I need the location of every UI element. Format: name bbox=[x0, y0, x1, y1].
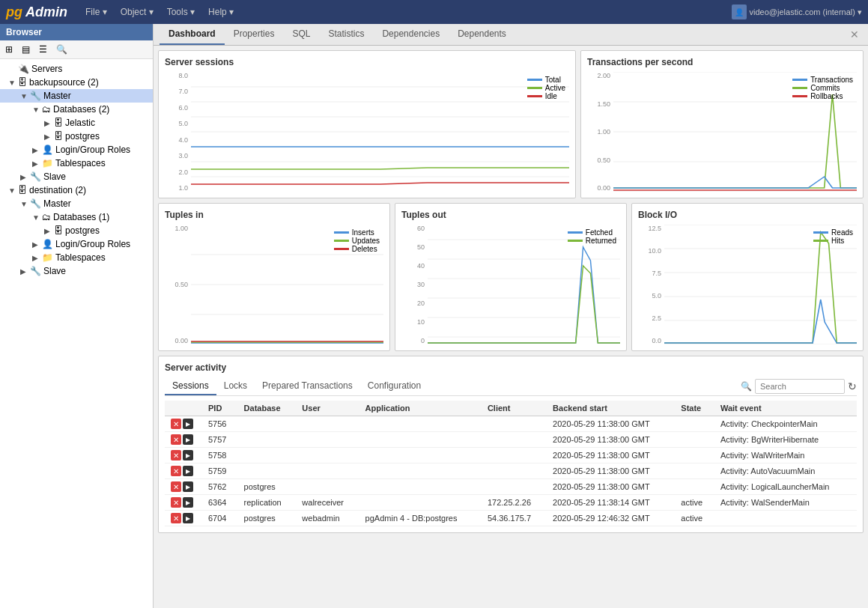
tuples-in-chart: 1.00 0.50 0.00 bbox=[165, 225, 383, 344]
tab-dependents[interactable]: Dependents bbox=[449, 24, 515, 45]
row-actions: ✕ ▶ bbox=[165, 448, 202, 463]
jelastic-icon: 🗄 bbox=[54, 118, 63, 128]
terminate-button[interactable]: ✕ bbox=[171, 513, 181, 523]
file-menu[interactable]: File ▾ bbox=[79, 5, 113, 19]
cell-user: webadmin bbox=[296, 511, 359, 526]
tools-menu[interactable]: Tools ▾ bbox=[161, 5, 201, 19]
tree-item-backupsource[interactable]: ▼ 🗄 backupsource (2) bbox=[0, 76, 153, 89]
terminate-button[interactable]: ✕ bbox=[171, 450, 181, 460]
activity-tab-locks[interactable]: Locks bbox=[216, 377, 255, 395]
activity-tab-config[interactable]: Configuration bbox=[360, 377, 428, 395]
cell-user bbox=[296, 416, 359, 432]
cell-backend-start: 2020-05-29 12:46:32 GMT bbox=[547, 511, 675, 526]
tree-item-loginroles2[interactable]: ▶ 👤 Login/Group Roles bbox=[0, 237, 153, 251]
sidebar-tool-more[interactable]: ☰ bbox=[35, 42, 51, 57]
tree-item-destination[interactable]: ▼ 🗄 destination (2) bbox=[0, 183, 153, 197]
caret-master1: ▼ bbox=[20, 92, 28, 100]
terminate-button[interactable]: ✕ bbox=[171, 481, 181, 492]
more-button[interactable]: ▶ bbox=[183, 481, 193, 492]
more-button[interactable]: ▶ bbox=[183, 497, 193, 508]
caret-slave1: ▶ bbox=[20, 173, 28, 181]
sidebar-header: Browser bbox=[0, 24, 153, 40]
tab-properties[interactable]: Properties bbox=[225, 24, 284, 45]
activity-tab-sessions[interactable]: Sessions bbox=[165, 377, 216, 395]
more-button[interactable]: ▶ bbox=[183, 434, 193, 445]
activity-tab-prepared[interactable]: Prepared Transactions bbox=[255, 377, 360, 395]
cell-wait-event: Activity: LogicalLauncherMain bbox=[714, 479, 857, 495]
cell-user bbox=[296, 432, 359, 448]
col-backend-start: Backend start bbox=[547, 401, 675, 416]
row-actions: ✕ ▶ bbox=[165, 511, 202, 526]
caret-tablespaces1: ▶ bbox=[32, 159, 40, 168]
row-actions: ✕ ▶ bbox=[165, 416, 202, 432]
cell-backend-start: 2020-05-29 11:38:14 GMT bbox=[547, 495, 675, 511]
more-button[interactable]: ▶ bbox=[183, 466, 193, 476]
tree-item-tablespaces1[interactable]: ▶ 📁 Tablespaces bbox=[0, 156, 153, 170]
tree-item-servers[interactable]: 🔌 Servers bbox=[0, 62, 153, 76]
legend-returned: Returned bbox=[568, 237, 616, 245]
legend-fetched-color bbox=[568, 231, 583, 234]
terminate-button[interactable]: ✕ bbox=[171, 497, 181, 508]
server-activity-title: Server activity bbox=[165, 362, 857, 373]
caret-tablespaces2: ▶ bbox=[32, 254, 40, 262]
terminate-button[interactable]: ✕ bbox=[171, 419, 181, 429]
sidebar: Browser ⊞ ▤ ☰ 🔍 🔌 Servers ▼ 🗄 backupsour… bbox=[0, 24, 154, 608]
cell-pid: 5759 bbox=[202, 463, 238, 479]
col-application: Application bbox=[359, 401, 482, 416]
tab-dependencies[interactable]: Dependencies bbox=[373, 24, 449, 45]
tab-sql[interactable]: SQL bbox=[283, 24, 319, 45]
loginroles2-icon: 👤 bbox=[42, 239, 53, 249]
user-info[interactable]: 👤 video@jelastic.com (internal) ▾ bbox=[732, 4, 862, 19]
tuples-out-chart: 60 50 40 30 20 10 0 bbox=[401, 225, 620, 344]
more-button[interactable]: ▶ bbox=[183, 450, 193, 460]
row-actions: ✕ ▶ bbox=[165, 432, 202, 448]
cell-application bbox=[359, 495, 482, 511]
sidebar-tool-table[interactable]: ▤ bbox=[18, 42, 34, 57]
transactions-svg-area: Transactions Commits Rollbacks bbox=[613, 72, 857, 192]
help-menu[interactable]: Help ▾ bbox=[202, 5, 240, 19]
tab-statistics[interactable]: Statistics bbox=[319, 24, 373, 45]
cell-pid: 5758 bbox=[202, 448, 238, 463]
more-button[interactable]: ▶ bbox=[183, 513, 193, 523]
postgres1-label: postgres bbox=[65, 131, 100, 142]
cell-wait-event: Activity: CheckpointerMain bbox=[714, 416, 857, 432]
tree-item-jelastic[interactable]: ▶ 🗄 Jelastic bbox=[0, 116, 153, 130]
legend-inserts: Inserts bbox=[334, 228, 380, 237]
logo-admin: Admin bbox=[25, 4, 67, 20]
tree-item-databases2[interactable]: ▼ 🗂 Databases (1) bbox=[0, 210, 153, 224]
sidebar-tool-grid[interactable]: ⊞ bbox=[1, 42, 16, 57]
tree-item-postgres1[interactable]: ▶ 🗄 postgres bbox=[0, 130, 153, 143]
terminate-button[interactable]: ✕ bbox=[171, 466, 181, 476]
server-sessions-chart: 8.0 7.0 6.0 5.0 4.0 3.0 2.0 1.0 bbox=[165, 72, 569, 192]
tab-dashboard[interactable]: Dashboard bbox=[160, 24, 225, 45]
cell-backend-start: 2020-05-29 11:38:00 GMT bbox=[547, 463, 675, 479]
server-sessions-svg-area: Total Active Idle bbox=[191, 72, 569, 192]
block-io-legend: Reads Hits bbox=[813, 228, 853, 245]
close-tab-button[interactable]: ✕ bbox=[847, 25, 862, 43]
tree-item-slave2[interactable]: ▶ 🔧 Slave bbox=[0, 264, 153, 278]
activity-search-input[interactable] bbox=[755, 379, 845, 394]
cell-state: active bbox=[675, 511, 714, 526]
block-io-title: Block I/O bbox=[638, 210, 857, 220]
table-row: ✕ ▶ 5759 2020-05-29 11:38:00 GMT Activit… bbox=[165, 463, 857, 479]
cell-database bbox=[238, 448, 297, 463]
tree-item-postgres2[interactable]: ▶ 🗄 postgres bbox=[0, 224, 153, 237]
cell-client: 172.25.2.26 bbox=[482, 495, 547, 511]
object-menu[interactable]: Object ▾ bbox=[115, 5, 160, 19]
tree-item-slave1[interactable]: ▶ 🔧 Slave bbox=[0, 170, 153, 183]
refresh-button[interactable]: ↻ bbox=[848, 380, 857, 392]
tree-item-loginroles1[interactable]: ▶ 👤 Login/Group Roles bbox=[0, 143, 153, 156]
tree-item-databases1[interactable]: ▼ 🗂 Databases (2) bbox=[0, 103, 153, 116]
terminate-button[interactable]: ✕ bbox=[171, 434, 181, 445]
tree-item-master2[interactable]: ▼ 🔧 Master bbox=[0, 197, 153, 210]
tab-bar: Dashboard Properties SQL Statistics Depe… bbox=[154, 24, 868, 46]
server-sessions-card: Server sessions 8.0 7.0 6.0 5.0 4.0 3.0 … bbox=[158, 50, 576, 198]
more-button[interactable]: ▶ bbox=[183, 419, 193, 429]
tree-item-master1[interactable]: ▼ 🔧 Master bbox=[0, 89, 153, 103]
caret-databases2: ▼ bbox=[32, 213, 40, 222]
table-row: ✕ ▶ 5758 2020-05-29 11:38:00 GMT Activit… bbox=[165, 448, 857, 463]
col-state: State bbox=[675, 401, 714, 416]
tree-item-tablespaces2[interactable]: ▶ 📁 Tablespaces bbox=[0, 251, 153, 264]
cell-client bbox=[482, 448, 547, 463]
sidebar-search-btn[interactable]: 🔍 bbox=[52, 42, 71, 57]
